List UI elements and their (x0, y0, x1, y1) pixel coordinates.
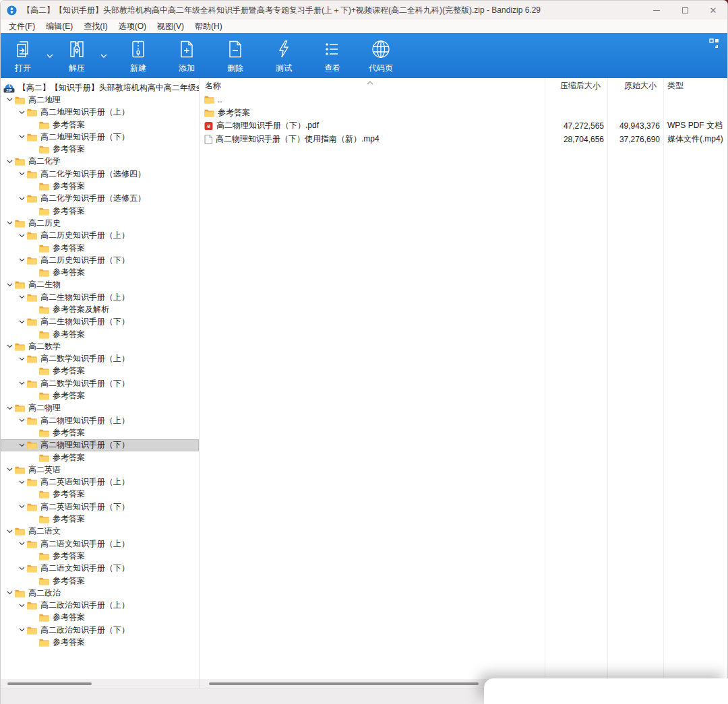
toolbar-button-3[interactable]: 新建 (114, 35, 162, 77)
tree-chevron-icon[interactable] (6, 528, 13, 535)
tree-item[interactable]: 参考答案 (1, 365, 199, 377)
tree-item[interactable]: 高二生物知识手册（下） (1, 316, 199, 328)
minimize-button[interactable] (642, 1, 671, 20)
tree-item[interactable]: 高二历史 (1, 217, 199, 229)
tree-chevron-icon[interactable] (18, 565, 25, 572)
tree-item[interactable]: 高二化学知识手册（选修五） (1, 193, 199, 205)
tree-chevron-icon[interactable] (6, 343, 13, 350)
tree-item[interactable]: 高二语文 (1, 525, 199, 538)
tree-chevron-icon[interactable] (18, 109, 25, 116)
tree-chevron-icon[interactable] (18, 442, 25, 449)
tree-item[interactable]: 高二语文知识手册（下） (1, 563, 199, 575)
tree-item[interactable]: 高二政治知识手册（下） (1, 624, 199, 636)
tree-horizontal-scrollbar[interactable] (1, 679, 200, 689)
tree-item[interactable]: 参考答案 (1, 205, 199, 217)
tree-chevron-icon[interactable] (6, 589, 13, 596)
close-button[interactable]: ✕ (699, 1, 727, 20)
tree-item[interactable]: 高二化学 (1, 156, 199, 168)
tree-item[interactable]: 参考答案 (1, 143, 199, 155)
tree-item[interactable]: 参考答案 (1, 242, 199, 254)
dropdown-chevron-icon[interactable] (40, 35, 60, 77)
tree-item[interactable]: 高二历史知识手册（下） (1, 254, 199, 266)
tree-chevron-icon[interactable] (18, 540, 25, 547)
tree-chevron-icon[interactable] (6, 405, 13, 412)
tree-item[interactable]: 高二生物知识手册（上） (1, 291, 199, 303)
tree-item[interactable]: 参考答案 (1, 266, 199, 278)
tree-item[interactable]: 高二英语 (1, 463, 199, 476)
tree-item[interactable]: 高二历史知识手册（上） (1, 230, 199, 242)
tree-item[interactable]: 高二地理知识手册（上） (1, 106, 199, 119)
tree-chevron-icon[interactable] (18, 195, 25, 202)
menu-item-3[interactable]: 查找(I) (78, 20, 113, 34)
toolbar-button-5[interactable]: 删除 (211, 35, 260, 77)
toolbar-button-6[interactable]: 测试 (260, 35, 308, 77)
tree-item[interactable]: 参考答案 (1, 550, 199, 562)
tree-item[interactable]: 参考答案 (1, 180, 199, 192)
tree-item[interactable]: 高二地理知识手册（下） (1, 131, 199, 143)
tree-item[interactable]: 参考答案 (1, 426, 199, 439)
tree-scrollbar-thumb[interactable] (7, 682, 92, 685)
tree-item[interactable]: 参考答案 (1, 451, 199, 463)
toolbar-button-1[interactable]: 打开 (6, 35, 40, 77)
tree-chevron-icon[interactable] (18, 232, 25, 239)
tree-chevron-icon[interactable] (6, 158, 13, 165)
tree-item[interactable]: 高二地理 (1, 94, 199, 106)
tree-chevron-icon[interactable] (18, 503, 25, 510)
tree-item[interactable]: 高二生物 (1, 279, 199, 291)
toolbar-button-8[interactable]: 代码页 (357, 35, 405, 77)
tree-item[interactable]: 参考答案 (1, 636, 199, 648)
tree-item[interactable]: 参考答案 (1, 575, 199, 587)
column-header-compressed[interactable]: 压缩后大小 (545, 80, 607, 92)
tree-item[interactable]: 高二数学知识手册（上） (1, 353, 199, 365)
tree-chevron-icon[interactable] (18, 479, 25, 486)
file-row[interactable]: 参考答案 (200, 106, 727, 120)
tree-chevron-icon[interactable] (18, 319, 25, 325)
tree-item[interactable]: 高二政治知识手册（上） (1, 599, 199, 611)
tree-chevron-icon[interactable] (6, 282, 13, 288)
menu-item-4[interactable]: 选项(O) (113, 20, 152, 34)
customize-toolbar-icon[interactable] (709, 38, 719, 51)
tree-item[interactable]: 高二物理 (1, 402, 199, 414)
tree-item[interactable]: 高二化学知识手册（选修四） (1, 168, 199, 180)
tree-chevron-icon[interactable] (18, 356, 25, 362)
file-row[interactable]: 高二物理知识手册（下）使用指南（新）.mp428,704,65637,276,6… (200, 133, 727, 146)
tree-chevron-icon[interactable] (6, 96, 13, 103)
tree-item[interactable]: 参考答案 (1, 119, 199, 131)
menu-item-6[interactable]: 帮助(H) (189, 20, 228, 34)
file-row[interactable]: e高二物理知识手册（下）.pdf47,272,56549,943,376WPS … (200, 119, 727, 133)
tree-item[interactable]: 高二数学知识手册（下） (1, 377, 199, 389)
toolbar-button-7[interactable]: 查看 (308, 35, 357, 77)
tree-chevron-icon[interactable] (18, 170, 25, 177)
dropdown-chevron-icon[interactable] (94, 35, 114, 77)
tree-chevron-icon[interactable] (18, 294, 25, 300)
list-scrollbar-thumb[interactable] (209, 682, 479, 685)
tree-chevron-icon[interactable] (18, 417, 25, 424)
tree-item[interactable]: 高二物理知识手册（下） (1, 439, 199, 451)
tree-chevron-icon[interactable] (6, 220, 13, 226)
menu-item-1[interactable]: 文件(F) (3, 20, 40, 34)
menu-item-2[interactable]: 编辑(E) (40, 20, 78, 34)
tree-item[interactable]: 高二数学 (1, 340, 199, 352)
column-header-type[interactable]: 类型 (663, 80, 727, 92)
tree-item[interactable]: 参考答案 (1, 328, 199, 340)
tree-root-item[interactable]: ZIP【高二】【知识手册】头部教培机构高中高二年级全科知识手册暨高考专题复习手册… (1, 82, 199, 94)
toolbar-button-2[interactable]: 解压 (60, 35, 94, 77)
toolbar-button-4[interactable]: 添加 (162, 35, 211, 77)
tree-chevron-icon[interactable] (18, 257, 25, 263)
column-header-original[interactable]: 原始大小 (607, 80, 663, 92)
tree-item[interactable]: 高二物理知识手册（上） (1, 414, 199, 426)
tree-item[interactable]: 参考答案 (1, 612, 199, 624)
menu-item-5[interactable]: 视图(V) (152, 20, 189, 34)
file-row[interactable]: .. (200, 93, 727, 106)
tree-item[interactable]: 高二英语知识手册（下） (1, 501, 199, 513)
tree-item[interactable]: 高二英语知识手册（上） (1, 476, 199, 488)
tree-item[interactable]: 参考答案 (1, 488, 199, 501)
tree-chevron-icon[interactable] (18, 380, 25, 387)
tree-item[interactable]: 参考答案及解析 (1, 303, 199, 315)
tree-chevron-icon[interactable] (18, 602, 25, 609)
tree-chevron-icon[interactable] (6, 466, 13, 473)
tree-item[interactable]: 高二政治 (1, 587, 199, 599)
tree-item[interactable]: 参考答案 (1, 389, 199, 402)
tree-chevron-icon[interactable] (18, 133, 25, 140)
maximize-button[interactable] (671, 1, 699, 20)
